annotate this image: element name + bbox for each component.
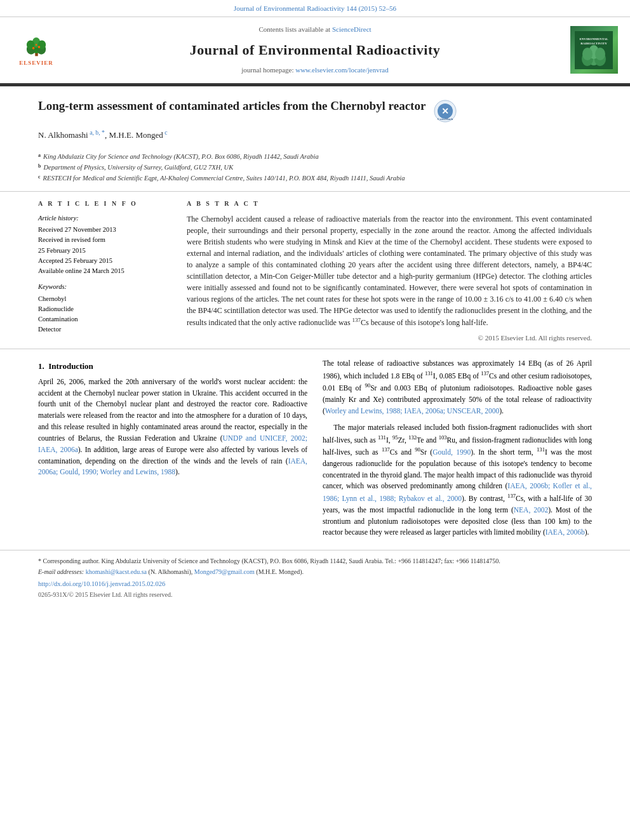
- right-para1: The total release of radioactive substan…: [323, 358, 592, 417]
- keyword-chernobyl: Chernobyl: [38, 294, 171, 303]
- keyword-detector: Detector: [38, 324, 171, 334]
- intro-section-title: 1. Introduction: [38, 361, 307, 373]
- elsevier-logo: ELSEVIER: [11, 31, 62, 69]
- affil-a-sup: a: [38, 152, 41, 161]
- main-body: 1. Introduction April 26, 2006, marked t…: [0, 349, 630, 543]
- svg-point-9: [35, 44, 37, 46]
- svg-point-16: [595, 48, 605, 60]
- history-revised-date: 25 February 2015: [38, 246, 171, 255]
- history-title: Article history:: [38, 213, 171, 223]
- cite-undp: UNDP and UNICEF, 2002; IAEA, 2006a: [38, 434, 307, 453]
- affil-a-text: King Abdulaziz City for Science and Tech…: [43, 152, 319, 161]
- sciencedirect-link[interactable]: ScienceDirect: [332, 25, 372, 33]
- footer-email-line: E-mail addresses: khomashi@kacst.edu.sa …: [38, 568, 592, 577]
- svg-text:ENVIRONMENTAL: ENVIRONMENTAL: [579, 37, 608, 41]
- article-info-abstract-section: A R T I C L E I N F O Article history: R…: [0, 191, 630, 349]
- keywords-title: Keywords:: [38, 282, 171, 291]
- keyword-contamination: Contamination: [38, 314, 171, 324]
- keywords-section: Keywords: Chernobyl Radionuclide Contami…: [38, 282, 171, 334]
- journal-homepage-link[interactable]: www.elsevier.com/locate/jenvrad: [295, 66, 389, 74]
- article-title: Long-term assessment of contaminated art…: [38, 98, 592, 123]
- abstract-paragraph: The Chernobyl accident caused a release …: [187, 213, 592, 328]
- history-revised-label: Received in revised form: [38, 235, 171, 244]
- svg-text:✕: ✕: [441, 107, 449, 116]
- doi-link[interactable]: http://dx.doi.org/10.1016/j.jenvrad.2015…: [38, 580, 165, 587]
- intro-para1: April 26, 2006, marked the 20th annivers…: [38, 377, 307, 478]
- email1-link[interactable]: khomashi@kacst.edu.sa: [86, 568, 147, 575]
- svg-text:CrossMark: CrossMark: [438, 117, 453, 121]
- affil-b-sup: b: [38, 163, 41, 172]
- body-right-col: The total release of radioactive substan…: [323, 358, 592, 543]
- intro-section-label: Introduction: [48, 361, 93, 371]
- journal-badge: ENVIRONMENTAL RADIOACTIVITY: [570, 26, 618, 74]
- article-info-col: A R T I C L E I N F O Article history: R…: [38, 199, 171, 343]
- footer-star-note: * Corresponding author. King Abdulaziz U…: [38, 557, 592, 566]
- affil-c: c RESTECH for Medical and Scientific Eqp…: [38, 173, 592, 183]
- author1-name: N. Alkhomashi: [38, 130, 88, 140]
- journal-badge-area: ENVIRONMENTAL RADIOACTIVITY: [565, 22, 622, 78]
- crossmark-icon: ✕ CrossMark: [434, 100, 457, 123]
- article-title-area: Long-term assessment of contaminated art…: [0, 86, 630, 148]
- email2-link[interactable]: Monged79@gmail.com: [194, 568, 255, 575]
- homepage-line: journal homepage: www.elsevier.com/locat…: [241, 65, 388, 76]
- svg-point-15: [582, 48, 593, 60]
- affil-c-text: RESTECH for Medical and Scientific Eqpt,…: [43, 173, 405, 183]
- affil-b-text: Department of Physics, University of Sur…: [43, 163, 233, 172]
- history-online: Available online 24 March 2015: [38, 266, 171, 276]
- cite-iaea-kofler: IAEA, 2006b; Kofler et al., 1986; Lynn e…: [323, 482, 592, 502]
- abstract-col: A B S T R A C T The Chernobyl accident c…: [187, 199, 592, 343]
- affil-a: a King Abdulaziz City for Science and Te…: [38, 152, 592, 161]
- intro-section-num: 1.: [38, 361, 44, 371]
- copyright-line: © 2015 Elsevier Ltd. All rights reserved…: [187, 333, 592, 343]
- journal-header: ELSEVIER Contents lists available at Sci…: [0, 17, 630, 84]
- crossmark-badge[interactable]: ✕ CrossMark: [433, 99, 457, 123]
- cite-iaea-gould: IAEA, 2006a; Gould, 1990; Worley and Lew…: [38, 457, 307, 476]
- cite-iaea-2006b: IAEA, 2006b: [546, 528, 585, 536]
- journal-title: Journal of Environmental Radioactivity: [190, 40, 440, 60]
- article-title-text: Long-term assessment of contaminated art…: [38, 98, 426, 114]
- abstract-heading: A B S T R A C T: [187, 199, 592, 209]
- journal-top-bar: Journal of Environmental Radioactivity 1…: [0, 0, 630, 17]
- affil-b: b Department of Physics, University of S…: [38, 163, 592, 172]
- homepage-label: journal homepage:: [241, 66, 293, 74]
- affil-c-sup: c: [38, 173, 41, 183]
- journal-volume-info: Journal of Environmental Radioactivity 1…: [234, 4, 396, 12]
- article-history: Article history: Received 27 November 20…: [38, 213, 171, 276]
- footer-issn: 0265-931X/© 2015 Elsevier Ltd. All right…: [38, 590, 592, 600]
- abstract-text: The Chernobyl accident caused a release …: [187, 213, 592, 328]
- history-accepted: Accepted 25 February 2015: [38, 256, 171, 265]
- author2-name: M.H.E. Monged: [109, 130, 163, 140]
- elsevier-tree-icon: [19, 32, 54, 58]
- history-received: Received 27 November 2013: [38, 225, 171, 234]
- authors-line: N. Alkhomashi a, b, *, M.H.E. Monged c: [38, 128, 592, 142]
- cite-gould: Gould, 1990: [432, 448, 471, 456]
- svg-point-8: [37, 46, 40, 49]
- affiliations: a King Abdulaziz City for Science and Te…: [0, 148, 630, 187]
- svg-point-7: [32, 47, 34, 50]
- body-left-col: 1. Introduction April 26, 2006, marked t…: [38, 358, 307, 543]
- cite-worley: Worley and Lewins, 1988; IAEA, 2006a; UN…: [325, 407, 499, 415]
- right-para2: The major materials released included bo…: [323, 422, 592, 539]
- author2-sup: c: [163, 129, 168, 136]
- elsevier-logo-area: ELSEVIER: [8, 22, 65, 78]
- contents-available-line: Contents lists available at ScienceDirec…: [258, 25, 371, 35]
- journal-badge-icon: ENVIRONMENTAL RADIOACTIVITY: [575, 31, 613, 69]
- journal-header-center: Contents lists available at ScienceDirec…: [65, 22, 565, 78]
- contents-label: Contents lists available at: [258, 25, 330, 33]
- svg-text:RADIOACTIVITY: RADIOACTIVITY: [580, 42, 607, 45]
- body-two-col: 1. Introduction April 26, 2006, marked t…: [38, 358, 592, 543]
- footer-section: * Corresponding author. King Abdulaziz U…: [0, 550, 630, 603]
- elsevier-brand-text: ELSEVIER: [19, 59, 53, 67]
- cite-nea: NEA, 2002: [514, 506, 548, 514]
- footer-doi[interactable]: http://dx.doi.org/10.1016/j.jenvrad.2015…: [38, 579, 592, 589]
- article-info-heading: A R T I C L E I N F O: [38, 199, 171, 209]
- keyword-radionuclide: Radionuclide: [38, 304, 171, 314]
- author1-sup: a, b, *: [88, 129, 105, 136]
